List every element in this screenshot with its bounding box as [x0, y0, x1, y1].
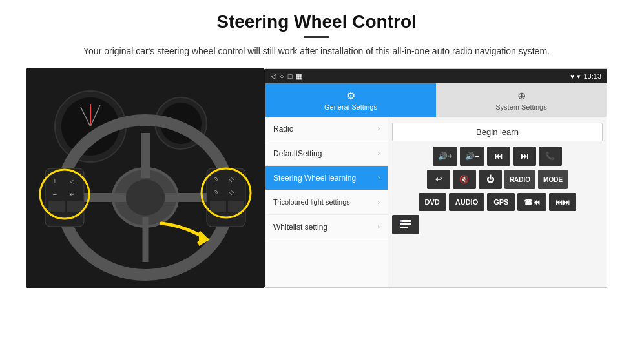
chevron-right-icon: › — [378, 174, 380, 181]
tabs-row: ⚙ General Settings ⊕ System Settings — [265, 83, 607, 117]
svg-text:◇: ◇ — [229, 176, 234, 183]
svg-rect-31 — [400, 227, 408, 228]
menu-item-tricoloured[interactable]: Tricoloured light settings › — [265, 190, 388, 215]
back-nav-icon[interactable]: ◁ — [271, 72, 276, 81]
menu-whitelist-label: Whitelist setting — [273, 223, 327, 232]
menu-item-default-setting[interactable]: DefaultSetting › — [265, 141, 388, 166]
chevron-right-icon: › — [378, 199, 380, 206]
next-track-button[interactable]: ⏭ — [513, 147, 536, 166]
svg-text:⊙: ⊙ — [213, 189, 218, 196]
menu-default-label: DefaultSetting — [273, 149, 322, 158]
svg-rect-24 — [210, 201, 226, 212]
menu-item-steering-wheel[interactable]: Steering Wheel learning › — [265, 166, 388, 190]
control-row-4 — [392, 215, 603, 234]
menu-nav-icon[interactable]: ▦ — [296, 72, 302, 81]
tab-general-settings[interactable]: ⚙ General Settings — [265, 83, 436, 117]
svg-point-32 — [400, 220, 402, 222]
vol-down-button[interactable]: 🔊– — [460, 147, 484, 166]
menu-item-whitelist[interactable]: Whitelist setting › — [265, 215, 388, 239]
menu-steering-label: Steering Wheel learning — [273, 174, 356, 183]
steering-wheel-image: + ◁ – ↩ ⊙ ◇ ⊙ ◇ — [26, 68, 265, 288]
power-button[interactable]: ⏻ — [479, 170, 502, 189]
status-bar: ◁ ○ □ ▦ ♥ ▾ 13:13 — [265, 69, 607, 83]
svg-text:◁: ◁ — [70, 178, 74, 185]
tab-system-settings[interactable]: ⊕ System Settings — [436, 83, 607, 117]
mute-button[interactable]: 🔇 — [453, 170, 476, 189]
recents-nav-icon[interactable]: □ — [288, 72, 293, 80]
control-row-1: 🔊+ 🔊– ⏮ ⏭ 📞 — [392, 147, 603, 166]
location-icon: ♥ — [570, 72, 575, 80]
general-settings-icon: ⚙ — [346, 90, 355, 102]
begin-learn-row: Begin learn — [392, 121, 603, 143]
phone-button[interactable]: 📞 — [539, 147, 562, 166]
menu-list: Radio › DefaultSetting › Steering Wheel … — [265, 117, 388, 287]
clock: 13:13 — [583, 72, 601, 80]
home-nav-icon[interactable]: ○ — [280, 72, 284, 80]
list-icon-button[interactable] — [392, 215, 419, 234]
status-bar-right: ♥ ▾ 13:13 — [570, 72, 601, 81]
begin-learn-button[interactable]: Begin learn — [392, 123, 603, 141]
chevron-right-icon: › — [378, 223, 380, 230]
chevron-right-icon: › — [378, 125, 380, 132]
back-button[interactable]: ↩ — [427, 170, 450, 189]
svg-text:◇: ◇ — [229, 189, 234, 196]
list-icon — [399, 217, 413, 232]
svg-rect-18 — [67, 201, 83, 212]
audio-button[interactable]: AUDIO — [449, 193, 484, 211]
svg-text:–: – — [53, 190, 57, 197]
vol-up-button[interactable]: 🔊+ — [433, 147, 457, 166]
page-subtitle: Your original car's steering wheel contr… — [83, 45, 550, 58]
menu-panel: Radio › DefaultSetting › Steering Wheel … — [265, 117, 607, 287]
menu-radio-label: Radio — [273, 125, 293, 134]
svg-rect-30 — [400, 223, 411, 225]
prev-track-button[interactable]: ⏮ — [487, 147, 510, 166]
android-ui: ◁ ○ □ ▦ ♥ ▾ 13:13 ⚙ General Settings — [265, 68, 607, 288]
menu-item-radio[interactable]: Radio › — [265, 117, 388, 141]
dvd-button[interactable]: DVD — [419, 193, 446, 211]
phone-prev-button[interactable]: ☎⏮ — [517, 193, 546, 211]
control-row-3: DVD AUDIO GPS ☎⏮ ⏮⏭ — [392, 193, 603, 211]
page-title: Steering Wheel Control — [216, 12, 417, 32]
title-divider — [304, 36, 329, 38]
menu-tricoloured-label: Tricoloured light settings — [273, 197, 350, 207]
wifi-icon: ▾ — [577, 72, 581, 81]
svg-text:⊙: ⊙ — [213, 176, 218, 183]
svg-text:+: + — [53, 177, 57, 185]
prev-next-button[interactable]: ⏮⏭ — [549, 193, 576, 211]
system-settings-icon: ⊕ — [517, 90, 526, 102]
content-area: + ◁ – ↩ ⊙ ◇ ⊙ ◇ — [26, 68, 607, 288]
mode-button[interactable]: MODE — [538, 170, 568, 189]
control-row-2: ↩ 🔇 ⏻ RADIO MODE — [392, 170, 603, 189]
control-panel: Begin learn 🔊+ 🔊– ⏮ ⏭ 📞 ↩ 🔇 ⏻ — [388, 117, 607, 287]
svg-text:↩: ↩ — [70, 191, 75, 197]
nav-icons: ◁ ○ □ ▦ — [271, 72, 302, 81]
tab-general-label: General Settings — [324, 103, 377, 111]
tab-system-label: System Settings — [495, 103, 546, 111]
radio-button[interactable]: RADIO — [504, 170, 535, 189]
svg-rect-17 — [48, 201, 65, 212]
svg-point-7 — [126, 179, 165, 216]
gps-button[interactable]: GPS — [487, 193, 515, 211]
chevron-right-icon: › — [378, 150, 380, 157]
